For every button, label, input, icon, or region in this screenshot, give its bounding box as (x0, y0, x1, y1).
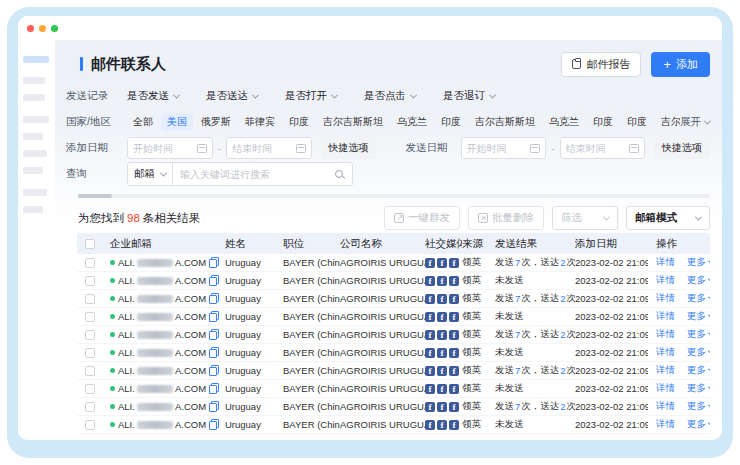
facebook-icon[interactable] (437, 384, 447, 394)
facebook-icon[interactable] (425, 330, 435, 340)
facebook-icon[interactable] (425, 348, 435, 358)
filter-select[interactable]: 筛选 (552, 206, 618, 230)
facebook-icon[interactable] (437, 312, 447, 322)
facebook-icon[interactable] (425, 384, 435, 394)
row-checkbox[interactable] (85, 312, 95, 322)
more-link[interactable]: 更多 (687, 382, 710, 395)
select-all-checkbox[interactable] (85, 239, 95, 249)
facebook-icon[interactable] (437, 276, 447, 286)
filter-dropdown[interactable]: 是否打开 (285, 89, 337, 103)
row-checkbox[interactable] (85, 402, 95, 412)
row-checkbox[interactable] (85, 258, 95, 268)
more-link[interactable]: 更多 (687, 346, 710, 359)
row-checkbox[interactable] (85, 366, 95, 376)
added-end-date-input[interactable] (226, 137, 312, 159)
facebook-icon[interactable] (437, 294, 447, 304)
maximize-window-icon[interactable] (51, 25, 58, 32)
copy-icon[interactable] (209, 293, 219, 304)
copy-icon[interactable] (209, 311, 219, 322)
detail-link[interactable]: 详情 (656, 274, 675, 287)
detail-link[interactable]: 详情 (656, 382, 675, 395)
row-checkbox[interactable] (85, 420, 95, 430)
sent-end-date-input[interactable] (560, 137, 646, 159)
copy-icon[interactable] (209, 401, 219, 412)
expand-toggle[interactable]: 展开 (680, 115, 710, 129)
facebook-icon[interactable] (425, 366, 435, 376)
row-checkbox[interactable] (85, 348, 95, 358)
country-filter-option[interactable]: 俄罗斯 (195, 113, 237, 131)
detail-link[interactable]: 详情 (656, 310, 675, 323)
filter-dropdown[interactable]: 是否点击 (364, 89, 416, 103)
country-filter-option[interactable]: 吉尔吉斯斯坦 (317, 113, 389, 131)
country-filter-option[interactable]: 吉尔吉斯斯坦 (469, 113, 541, 131)
facebook-icon[interactable] (449, 348, 459, 358)
more-link[interactable]: 更多 (687, 310, 710, 323)
copy-icon[interactable] (209, 275, 219, 286)
facebook-icon[interactable] (437, 348, 447, 358)
row-checkbox[interactable] (85, 330, 95, 340)
close-window-icon[interactable] (27, 25, 34, 32)
facebook-icon[interactable] (449, 294, 459, 304)
row-checkbox[interactable] (85, 276, 95, 286)
country-filter-option[interactable]: 乌克兰 (391, 113, 433, 131)
country-filter-option[interactable]: 印度 (587, 113, 619, 131)
more-link[interactable]: 更多 (687, 418, 710, 431)
facebook-icon[interactable] (437, 366, 447, 376)
filter-dropdown[interactable]: 是否发送 (127, 89, 179, 103)
country-filter-option[interactable]: 吉尔吉斯斯坦 (655, 113, 680, 131)
scrollbar-thumb[interactable] (78, 194, 112, 198)
sent-start-date-input[interactable] (461, 137, 547, 159)
country-filter-option[interactable]: 美国 (161, 113, 193, 131)
facebook-icon[interactable] (449, 312, 459, 322)
facebook-icon[interactable] (425, 312, 435, 322)
facebook-icon[interactable] (449, 420, 459, 430)
facebook-icon[interactable] (425, 276, 435, 286)
added-quick-options-button[interactable]: 快捷选项 (321, 137, 377, 159)
facebook-icon[interactable] (449, 258, 459, 268)
keyword-search-input[interactable] (173, 162, 353, 186)
facebook-icon[interactable] (449, 330, 459, 340)
row-checkbox[interactable] (85, 384, 95, 394)
facebook-icon[interactable] (449, 402, 459, 412)
row-checkbox[interactable] (85, 294, 95, 304)
facebook-icon[interactable] (449, 384, 459, 394)
facebook-icon[interactable] (425, 402, 435, 412)
copy-icon[interactable] (209, 329, 219, 340)
more-link[interactable]: 更多 (687, 400, 710, 413)
bulk-send-button[interactable]: 一键群发 (384, 206, 460, 230)
minimize-window-icon[interactable] (39, 25, 46, 32)
copy-icon[interactable] (209, 365, 219, 376)
more-link[interactable]: 更多 (687, 256, 710, 269)
mailbox-mode-select[interactable]: 邮箱模式 (626, 206, 710, 230)
facebook-icon[interactable] (425, 294, 435, 304)
filter-dropdown[interactable]: 是否送达 (206, 89, 258, 103)
detail-link[interactable]: 详情 (656, 346, 675, 359)
detail-link[interactable]: 详情 (656, 292, 675, 305)
detail-link[interactable]: 详情 (656, 256, 675, 269)
copy-icon[interactable] (209, 383, 219, 394)
more-link[interactable]: 更多 (687, 328, 710, 341)
country-filter-option[interactable]: 菲律宾 (239, 113, 281, 131)
bulk-delete-button[interactable]: 批量删除 (468, 206, 544, 230)
mail-report-button[interactable]: 邮件报告 (561, 52, 641, 77)
facebook-icon[interactable] (437, 402, 447, 412)
country-filter-option[interactable]: 印度 (621, 113, 653, 131)
facebook-icon[interactable] (449, 366, 459, 376)
filter-dropdown[interactable]: 是否退订 (443, 89, 495, 103)
more-link[interactable]: 更多 (687, 292, 710, 305)
copy-icon[interactable] (209, 419, 219, 430)
country-filter-option[interactable]: 印度 (283, 113, 315, 131)
facebook-icon[interactable] (437, 420, 447, 430)
added-start-date-input[interactable] (127, 137, 213, 159)
facebook-icon[interactable] (425, 420, 435, 430)
country-filter-option[interactable]: 乌克兰 (543, 113, 585, 131)
facebook-icon[interactable] (449, 276, 459, 286)
query-field-select[interactable]: 邮箱 (127, 162, 173, 186)
detail-link[interactable]: 详情 (656, 418, 675, 431)
copy-icon[interactable] (209, 347, 219, 358)
facebook-icon[interactable] (425, 258, 435, 268)
horizontal-scrollbar[interactable] (78, 194, 710, 198)
detail-link[interactable]: 详情 (656, 400, 675, 413)
more-link[interactable]: 更多 (687, 364, 710, 377)
detail-link[interactable]: 详情 (656, 364, 675, 377)
